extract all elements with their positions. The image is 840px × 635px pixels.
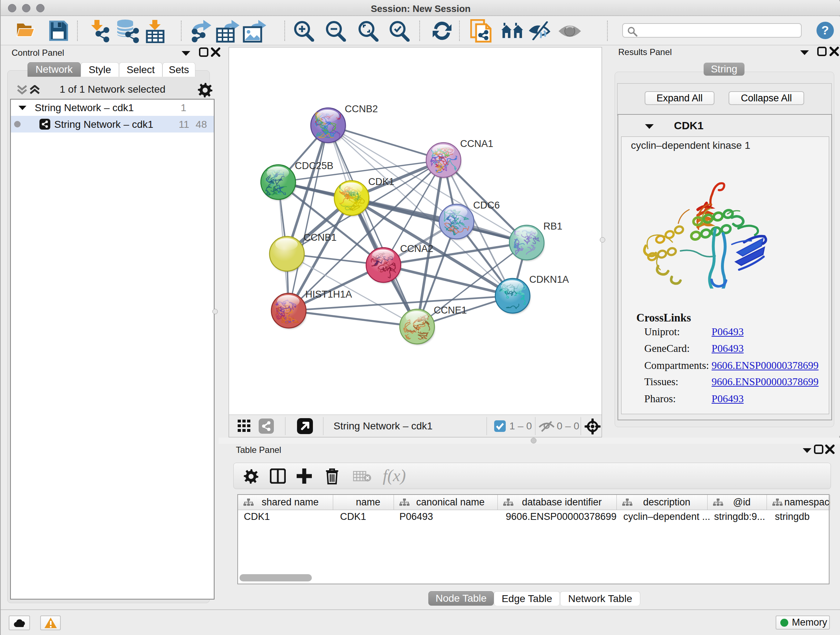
svg-text:CCNE1: CCNE1 [434, 305, 467, 316]
svg-text:CCNB1: CCNB1 [303, 232, 337, 243]
svg-text:CCNA1: CCNA1 [460, 138, 493, 149]
svg-text:CCNA2: CCNA2 [400, 243, 433, 254]
svg-text:HIST1H1A: HIST1H1A [305, 289, 352, 300]
svg-text:RB1: RB1 [543, 221, 562, 232]
svg-text:CDC6: CDC6 [473, 200, 500, 211]
svg-text:CDC25B: CDC25B [295, 160, 333, 171]
svg-text:?: ? [821, 23, 829, 37]
svg-text:CDK1: CDK1 [368, 176, 394, 187]
svg-text:CCNB2: CCNB2 [345, 103, 378, 114]
svg-text:CDKN1A: CDKN1A [529, 274, 569, 285]
